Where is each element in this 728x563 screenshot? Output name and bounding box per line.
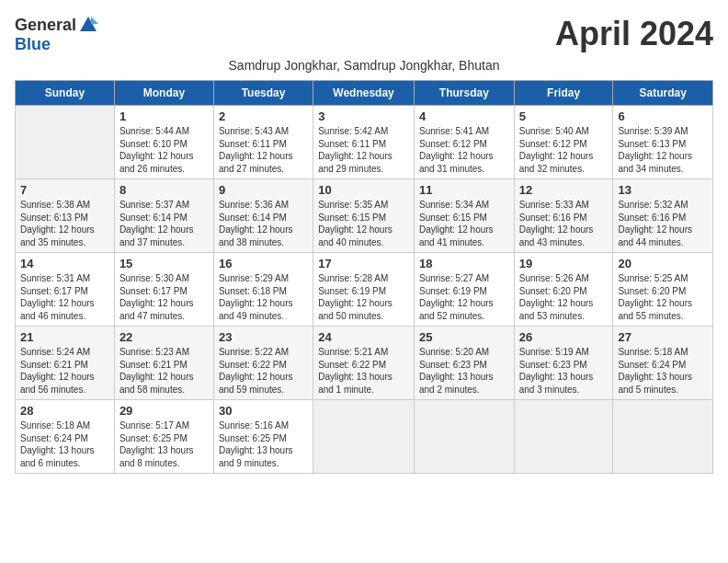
week-row-4: 21Sunrise: 5:24 AM Sunset: 6:21 PM Dayli… <box>16 327 713 400</box>
day-cell: 11Sunrise: 5:34 AM Sunset: 6:15 PM Dayli… <box>414 179 514 253</box>
day-cell: 24Sunrise: 5:21 AM Sunset: 6:22 PM Dayli… <box>313 327 415 400</box>
day-cell: 28Sunrise: 5:18 AM Sunset: 6:24 PM Dayli… <box>16 400 115 474</box>
day-header-wednesday: Wednesday <box>313 81 415 106</box>
day-cell: 8Sunrise: 5:37 AM Sunset: 6:14 PM Daylig… <box>114 179 213 253</box>
day-cell: 3Sunrise: 5:42 AM Sunset: 6:11 PM Daylig… <box>313 106 415 179</box>
day-cell: 7Sunrise: 5:38 AM Sunset: 6:13 PM Daylig… <box>16 179 115 253</box>
calendar-body: 1Sunrise: 5:44 AM Sunset: 6:10 PM Daylig… <box>16 106 713 474</box>
day-number: 15 <box>119 257 209 270</box>
day-number: 25 <box>419 330 509 344</box>
day-cell: 10Sunrise: 5:35 AM Sunset: 6:15 PM Dayli… <box>313 179 415 253</box>
day-cell <box>514 400 613 474</box>
day-header-monday: Monday <box>114 81 213 106</box>
day-number: 14 <box>20 257 109 270</box>
day-number: 21 <box>20 330 109 344</box>
day-cell: 21Sunrise: 5:24 AM Sunset: 6:21 PM Dayli… <box>16 327 115 400</box>
day-number: 28 <box>20 404 109 418</box>
day-header-friday: Friday <box>514 81 613 106</box>
day-header-sunday: Sunday <box>16 81 115 106</box>
day-info: Sunrise: 5:19 AM Sunset: 6:23 PM Dayligh… <box>519 346 609 396</box>
day-cell <box>16 106 115 179</box>
day-cell: 19Sunrise: 5:26 AM Sunset: 6:20 PM Dayli… <box>514 253 613 327</box>
day-info: Sunrise: 5:40 AM Sunset: 6:12 PM Dayligh… <box>519 125 609 175</box>
page-header: General Blue April 2024 <box>15 15 713 54</box>
day-info: Sunrise: 5:30 AM Sunset: 6:17 PM Dayligh… <box>119 272 209 322</box>
day-cell: 26Sunrise: 5:19 AM Sunset: 6:23 PM Dayli… <box>514 327 613 400</box>
day-cell: 16Sunrise: 5:29 AM Sunset: 6:18 PM Dayli… <box>213 253 313 327</box>
day-number: 29 <box>119 404 209 418</box>
logo: General Blue <box>15 15 98 54</box>
day-number: 8 <box>119 183 209 197</box>
day-cell: 9Sunrise: 5:36 AM Sunset: 6:14 PM Daylig… <box>213 179 313 253</box>
day-header-thursday: Thursday <box>414 81 514 106</box>
week-row-2: 7Sunrise: 5:38 AM Sunset: 6:13 PM Daylig… <box>16 179 713 253</box>
day-number: 16 <box>219 257 308 270</box>
logo-icon <box>78 15 98 35</box>
day-info: Sunrise: 5:44 AM Sunset: 6:10 PM Dayligh… <box>119 125 209 175</box>
day-number: 20 <box>618 257 708 270</box>
day-info: Sunrise: 5:27 AM Sunset: 6:19 PM Dayligh… <box>419 272 509 322</box>
location-subtitle: Samdrup Jongkhar, Samdrup Jongkhar, Bhut… <box>15 58 713 73</box>
day-info: Sunrise: 5:35 AM Sunset: 6:15 PM Dayligh… <box>318 199 409 248</box>
day-info: Sunrise: 5:34 AM Sunset: 6:15 PM Dayligh… <box>419 199 509 248</box>
day-cell: 29Sunrise: 5:17 AM Sunset: 6:25 PM Dayli… <box>114 400 213 474</box>
day-number: 6 <box>618 109 708 123</box>
day-cell: 27Sunrise: 5:18 AM Sunset: 6:24 PM Dayli… <box>613 327 713 400</box>
week-row-1: 1Sunrise: 5:44 AM Sunset: 6:10 PM Daylig… <box>16 106 713 179</box>
day-cell: 22Sunrise: 5:23 AM Sunset: 6:21 PM Dayli… <box>114 327 213 400</box>
day-number: 11 <box>419 183 509 197</box>
day-cell: 25Sunrise: 5:20 AM Sunset: 6:23 PM Dayli… <box>414 327 514 400</box>
week-row-5: 28Sunrise: 5:18 AM Sunset: 6:24 PM Dayli… <box>16 400 713 474</box>
day-number: 4 <box>419 109 509 123</box>
day-number: 13 <box>618 183 708 197</box>
day-info: Sunrise: 5:28 AM Sunset: 6:19 PM Dayligh… <box>318 272 409 322</box>
day-info: Sunrise: 5:17 AM Sunset: 6:25 PM Dayligh… <box>119 419 209 469</box>
calendar-header: SundayMondayTuesdayWednesdayThursdayFrid… <box>16 81 713 106</box>
day-number: 19 <box>519 257 609 270</box>
day-number: 22 <box>119 330 209 344</box>
day-info: Sunrise: 5:22 AM Sunset: 6:22 PM Dayligh… <box>219 346 308 396</box>
day-info: Sunrise: 5:24 AM Sunset: 6:21 PM Dayligh… <box>20 346 109 396</box>
day-cell <box>414 400 514 474</box>
day-number: 9 <box>219 183 308 197</box>
day-number: 18 <box>419 257 509 270</box>
day-number: 26 <box>519 330 609 344</box>
day-cell: 20Sunrise: 5:25 AM Sunset: 6:20 PM Dayli… <box>613 253 713 327</box>
day-number: 1 <box>119 109 209 123</box>
day-cell: 15Sunrise: 5:30 AM Sunset: 6:17 PM Dayli… <box>114 253 213 327</box>
day-number: 5 <box>519 109 609 123</box>
day-info: Sunrise: 5:36 AM Sunset: 6:14 PM Dayligh… <box>219 199 308 248</box>
day-number: 27 <box>618 330 708 344</box>
month-title: April 2024 <box>555 15 713 53</box>
day-cell: 17Sunrise: 5:28 AM Sunset: 6:19 PM Dayli… <box>313 253 415 327</box>
day-info: Sunrise: 5:31 AM Sunset: 6:17 PM Dayligh… <box>20 272 109 322</box>
day-info: Sunrise: 5:41 AM Sunset: 6:12 PM Dayligh… <box>419 125 509 175</box>
day-number: 23 <box>219 330 308 344</box>
day-number: 24 <box>318 330 409 344</box>
day-info: Sunrise: 5:16 AM Sunset: 6:25 PM Dayligh… <box>219 419 308 469</box>
day-cell: 6Sunrise: 5:39 AM Sunset: 6:13 PM Daylig… <box>613 106 713 179</box>
day-number: 17 <box>318 257 409 270</box>
day-info: Sunrise: 5:18 AM Sunset: 6:24 PM Dayligh… <box>618 346 708 396</box>
day-cell: 23Sunrise: 5:22 AM Sunset: 6:22 PM Dayli… <box>213 327 313 400</box>
day-cell: 1Sunrise: 5:44 AM Sunset: 6:10 PM Daylig… <box>114 106 213 179</box>
day-info: Sunrise: 5:18 AM Sunset: 6:24 PM Dayligh… <box>20 419 109 469</box>
day-header-tuesday: Tuesday <box>213 81 313 106</box>
day-info: Sunrise: 5:21 AM Sunset: 6:22 PM Dayligh… <box>318 346 409 396</box>
header-row: SundayMondayTuesdayWednesdayThursdayFrid… <box>16 81 713 106</box>
day-cell: 13Sunrise: 5:32 AM Sunset: 6:16 PM Dayli… <box>613 179 713 253</box>
day-cell <box>613 400 713 474</box>
day-info: Sunrise: 5:26 AM Sunset: 6:20 PM Dayligh… <box>519 272 609 322</box>
day-info: Sunrise: 5:25 AM Sunset: 6:20 PM Dayligh… <box>618 272 708 322</box>
day-number: 7 <box>20 183 109 197</box>
logo-blue-text: Blue <box>15 35 51 54</box>
logo-general-text: General <box>15 16 76 35</box>
day-info: Sunrise: 5:33 AM Sunset: 6:16 PM Dayligh… <box>519 199 609 248</box>
week-row-3: 14Sunrise: 5:31 AM Sunset: 6:17 PM Dayli… <box>16 253 713 327</box>
day-cell: 4Sunrise: 5:41 AM Sunset: 6:12 PM Daylig… <box>414 106 514 179</box>
day-number: 3 <box>318 109 409 123</box>
svg-marker-1 <box>91 17 98 24</box>
calendar-table: SundayMondayTuesdayWednesdayThursdayFrid… <box>15 80 713 474</box>
day-number: 2 <box>219 109 308 123</box>
day-cell: 18Sunrise: 5:27 AM Sunset: 6:19 PM Dayli… <box>414 253 514 327</box>
